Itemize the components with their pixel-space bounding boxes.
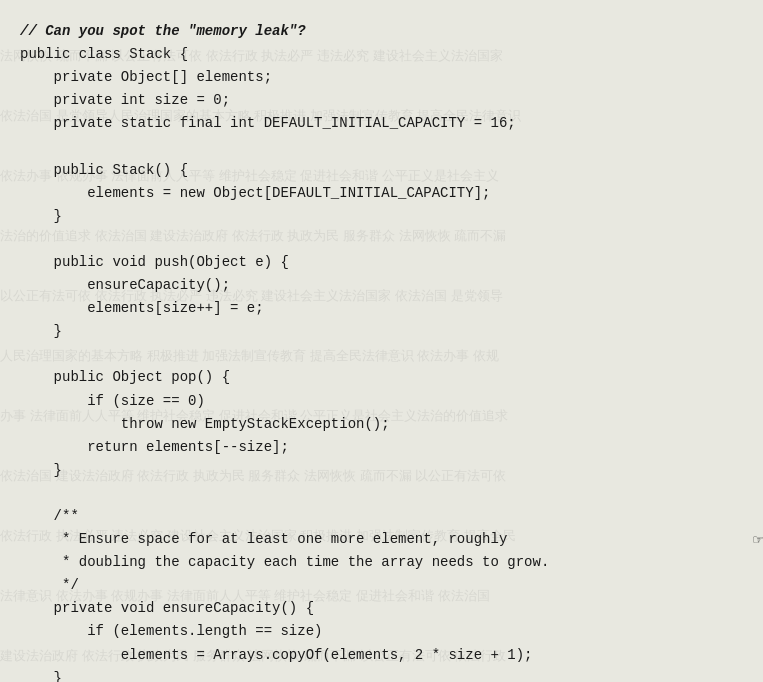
- code-line-1: public class Stack {: [20, 43, 743, 66]
- code-line-9: [20, 228, 743, 251]
- code-line-24: */: [20, 574, 743, 597]
- comment-line: // Can you spot the "memory leak"?: [20, 20, 743, 43]
- code-line-3: private int size = 0;: [20, 89, 743, 112]
- code-line-2: private Object[] elements;: [20, 66, 743, 89]
- code-line-26: if (elements.length == size): [20, 620, 743, 643]
- code-line-17: throw new EmptyStackException();: [20, 413, 743, 436]
- code-line-18: return elements[--size];: [20, 436, 743, 459]
- code-line-10: public void push(Object e) {: [20, 251, 743, 274]
- code-line-21: /**: [20, 505, 743, 528]
- code-line-5: [20, 135, 743, 158]
- code-line-13: }: [20, 320, 743, 343]
- code-line-19: }: [20, 459, 743, 482]
- code-container: // Can you spot the "memory leak"? publi…: [0, 0, 763, 682]
- code-line-22: * Ensure space for at least one more ele…: [20, 528, 743, 551]
- code-line-14: [20, 343, 743, 366]
- code-line-4: private static final int DEFAULT_INITIAL…: [20, 112, 743, 135]
- code-line-27: elements = Arrays.copyOf(elements, 2 * s…: [20, 644, 743, 667]
- code-line-25: private void ensureCapacity() {: [20, 597, 743, 620]
- code-line-6: public Stack() {: [20, 159, 743, 182]
- code-line-11: ensureCapacity();: [20, 274, 743, 297]
- code-line-7: elements = new Object[DEFAULT_INITIAL_CA…: [20, 182, 743, 205]
- code-line-20: [20, 482, 743, 505]
- code-line-28: }: [20, 667, 743, 682]
- code-line-8: }: [20, 205, 743, 228]
- code-line-16: if (size == 0): [20, 390, 743, 413]
- code-line-15: public Object pop() {: [20, 366, 743, 389]
- hand-cursor-icon: ☞: [753, 528, 763, 554]
- code-line-23: * doubling the capacity each time the ar…: [20, 551, 743, 574]
- code-line-12: elements[size++] = e;: [20, 297, 743, 320]
